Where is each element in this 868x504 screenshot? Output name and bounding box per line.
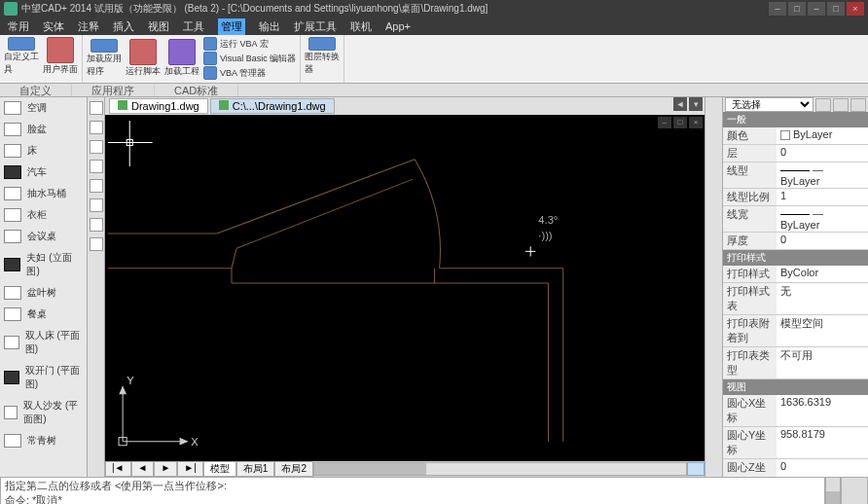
palette-icon-6 <box>4 230 21 243</box>
palette-item-11[interactable]: 双开门 (平面图) <box>0 360 87 395</box>
drawing-canvas[interactable]: – □ × <box>105 115 705 461</box>
prop-row-0-5[interactable]: 厚度0 <box>723 233 868 250</box>
cmd-side-button[interactable] <box>841 477 868 504</box>
vtool-1[interactable] <box>90 101 103 115</box>
layout-nav-0[interactable]: |◄ <box>105 461 131 477</box>
menu-7[interactable]: 输出 <box>259 19 280 34</box>
palette-item-2[interactable]: 床 <box>0 140 87 162</box>
props-btn-1[interactable] <box>815 98 831 112</box>
vertical-toolbar <box>88 97 105 477</box>
prop-row-1-2[interactable]: 打印表附着到模型空间 <box>723 315 868 347</box>
ribbon-btn-1-0[interactable]: 加载应用程序 <box>87 39 122 78</box>
prop-row-0-2[interactable]: 线型— ByLayer <box>723 162 868 189</box>
props-section-0: 一般 <box>723 112 868 127</box>
palette-item-5[interactable]: 衣柜 <box>0 204 87 226</box>
ribbon-btn-1-2[interactable]: 加载工程 <box>164 39 199 78</box>
layout-tab-0[interactable]: 模型 <box>203 461 236 477</box>
palette-item-8[interactable]: 盆叶树 <box>0 282 87 304</box>
ribbon: 自定义工具用户界面加载应用程序运行脚本加载工程运行 VBA 宏Visual Ba… <box>0 35 868 84</box>
layout-tab-1[interactable]: 布局1 <box>236 461 275 477</box>
palette-icon-1 <box>4 123 21 136</box>
ribbon-btn-1-1[interactable]: 运行脚本 <box>126 39 161 78</box>
command-line[interactable]: 指定第二点的位移或者 <使用第一点当作位移>: 命令: *取消* 命令: <box>0 477 825 504</box>
props-section-1: 打印样式 <box>723 250 868 266</box>
vtool-6[interactable] <box>90 198 103 212</box>
menu-9[interactable]: 联机 <box>350 19 372 34</box>
menu-0[interactable]: 常用 <box>8 19 29 34</box>
tab-prev-button[interactable]: ◄ <box>673 97 687 111</box>
prop-row-0-1[interactable]: 层0 <box>723 145 868 162</box>
canvas-min-button[interactable]: – <box>658 117 671 128</box>
menu-4[interactable]: 视图 <box>148 19 169 34</box>
ribbon-small-1-2[interactable]: VBA 管理器 <box>203 66 296 80</box>
palette-item-4[interactable]: 抽水马桶 <box>0 183 87 204</box>
menu-1[interactable]: 实体 <box>43 19 64 34</box>
palette-item-3[interactable]: 汽车 <box>0 162 87 183</box>
palette-item-12[interactable]: 双人沙发 (平面图) <box>0 395 87 430</box>
vtool-8[interactable] <box>90 237 103 251</box>
selection-filter[interactable]: 无选择 <box>725 97 814 112</box>
file-tab-1[interactable]: C:\...\Drawing1.dwg <box>210 98 335 114</box>
ribbon-btn-0-1[interactable]: 用户界面 <box>43 37 78 76</box>
minimize-button[interactable]: – <box>808 2 825 16</box>
properties-panel: 无选择 一般颜色ByLayer层0线型— ByLayer线型比例1线宽— ByL… <box>722 97 868 477</box>
canvas-close-button[interactable]: × <box>689 117 703 128</box>
minimize-a-button[interactable]: – <box>769 2 786 16</box>
menu-5[interactable]: 工具 <box>183 19 204 34</box>
prop-row-1-3[interactable]: 打印表类型不可用 <box>723 347 868 379</box>
cmd-scroll-up[interactable] <box>826 478 840 491</box>
palette-label-0: 空调 <box>27 101 47 115</box>
palette-item-9[interactable]: 餐桌 <box>0 304 87 325</box>
menu-10[interactable]: App+ <box>385 20 411 32</box>
props-btn-3[interactable] <box>850 98 866 112</box>
prop-row-0-4[interactable]: 线宽— ByLayer <box>723 206 868 233</box>
ribbon-small-1-1[interactable]: Visual Basic 编辑器 <box>203 52 296 65</box>
canvas-max-button[interactable]: □ <box>673 117 687 128</box>
palette-item-0[interactable]: 空调 <box>0 97 87 119</box>
palette-item-1[interactable]: 脸盆 <box>0 119 87 140</box>
palette-icon-2 <box>4 144 21 158</box>
vtool-4[interactable] <box>90 160 103 173</box>
prop-row-1-0[interactable]: 打印样式ByColor <box>723 266 868 283</box>
maximize-button[interactable]: □ <box>827 2 845 16</box>
prop-row-2-1[interactable]: 圆心Y坐标958.8179 <box>723 427 868 459</box>
menu-3[interactable]: 插入 <box>113 19 134 34</box>
menu-8[interactable]: 扩展工具 <box>294 19 337 34</box>
palette-item-7[interactable]: 夫妇 (立面图) <box>0 247 87 282</box>
ribbon-small-1-0[interactable]: 运行 VBA 宏 <box>203 37 296 51</box>
restore-a-button[interactable]: □ <box>788 2 806 16</box>
props-btn-2[interactable] <box>833 98 849 112</box>
cmd-scroll-thumb[interactable] <box>826 491 840 504</box>
palette-label-9: 餐桌 <box>27 307 47 321</box>
vtool-3[interactable] <box>90 140 103 154</box>
close-button[interactable]: × <box>847 2 864 16</box>
prop-row-0-0[interactable]: 颜色ByLayer <box>723 127 868 145</box>
props-header: 无选择 <box>723 97 868 112</box>
ribbon-btn-0-0[interactable]: 自定义工具 <box>4 37 39 76</box>
file-tab-0[interactable]: Drawing1.dwg <box>109 98 208 114</box>
canvas-svg: 4.3° ·))) Y X <box>105 115 705 461</box>
prop-row-1-1[interactable]: 打印样式表无 <box>723 283 868 315</box>
vtool-5[interactable] <box>90 179 103 193</box>
palette-item-13[interactable]: 常青树 <box>0 430 87 451</box>
horizontal-scrollbar[interactable] <box>313 462 687 476</box>
prop-row-2-0[interactable]: 圆心X坐标1636.6319 <box>723 395 868 427</box>
layout-nav-2[interactable]: ► <box>154 461 177 477</box>
palette-icon-10 <box>4 336 19 349</box>
layout-nav-3[interactable]: ►| <box>177 461 203 477</box>
tab-menu-button[interactable]: ▾ <box>689 97 703 111</box>
palette-item-10[interactable]: 双人床 (平面图) <box>0 325 87 360</box>
palette-item-6[interactable]: 会议桌 <box>0 226 87 247</box>
vtool-7[interactable] <box>90 218 103 232</box>
props-section-2: 视图 <box>723 379 868 395</box>
menu-2[interactable]: 注释 <box>78 19 99 34</box>
ribbon-btn-2-0[interactable]: 图层转换器 <box>305 37 340 76</box>
layout-nav-1[interactable]: ◄ <box>131 461 155 477</box>
prop-row-0-3[interactable]: 线型比例1 <box>723 189 868 206</box>
vtool-2[interactable] <box>90 121 103 134</box>
app-logo-icon <box>4 2 18 16</box>
scroll-right-button[interactable] <box>687 462 705 476</box>
layout-tab-2[interactable]: 布局2 <box>274 461 313 477</box>
snap-icon: ·))) <box>538 230 553 241</box>
menu-6[interactable]: 管理 <box>218 18 245 35</box>
